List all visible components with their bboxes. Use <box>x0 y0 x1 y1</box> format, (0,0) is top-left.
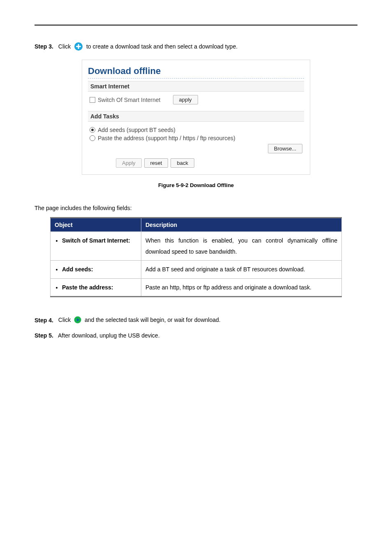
radio-add-seeds-label: Add seeds (support BT seeds) <box>98 127 175 133</box>
browse-button[interactable]: Browse... <box>268 144 302 153</box>
step-5: Step 5. After download, unplug the USB d… <box>35 332 357 339</box>
step-3: Step 3. Click to create a download task … <box>35 42 357 52</box>
switch-smart-internet-checkbox[interactable]: Switch Of Smart Internet <box>90 97 161 103</box>
desc-paste-address: Paste an http, https or ftp address and … <box>141 278 342 297</box>
step-4-post: and the selected task will begin, or wai… <box>85 317 221 324</box>
fields-intro: The page includes the following fields: <box>35 205 357 211</box>
table-row: Paste the address: Paste an http, https … <box>51 278 342 297</box>
table-row: Add seeds: Add a BT seed and originate a… <box>51 261 342 279</box>
step-5-text: After download, unplug the USB device. <box>58 332 160 339</box>
step-5-label: Step 5. <box>35 332 53 339</box>
back-button[interactable]: back <box>171 158 194 168</box>
step-3-label: Step 3. <box>35 43 53 50</box>
obj-switch-smart-internet: Switch of Smart Internet: <box>62 235 137 246</box>
apply-button[interactable]: Apply <box>116 158 142 168</box>
checkbox-icon <box>90 97 95 103</box>
radio-unselected-icon <box>90 135 95 141</box>
download-offline-dialog: Download offline Smart Internet Switch O… <box>82 60 310 175</box>
add-icon <box>74 42 83 52</box>
radio-add-seeds[interactable]: Add seeds (support BT seeds) <box>90 126 302 134</box>
dialog-title: Download offline <box>88 66 304 79</box>
step-4: Step 4. Click and the selected task will… <box>35 316 357 325</box>
desc-add-seeds: Add a BT seed and originate a task of BT… <box>141 261 342 279</box>
step-4-pre: Click <box>58 317 72 324</box>
step-4-label: Step 4. <box>35 317 53 324</box>
table-row: Switch of Smart Internet: When this func… <box>51 232 342 261</box>
desc-switch-smart-internet: When this function is enabled, you can c… <box>141 232 342 261</box>
radio-paste-address-label: Paste the address (support http / https … <box>98 135 235 141</box>
play-icon <box>74 316 81 325</box>
section-add-tasks: Add Tasks <box>88 111 304 122</box>
figure-caption: Figure 5-9-2 Download Offline <box>35 182 357 188</box>
th-object: Object <box>51 218 141 232</box>
switch-label: Switch Of Smart Internet <box>98 97 161 103</box>
obj-paste-address: Paste the address: <box>62 282 137 293</box>
fields-table: Object Description Switch of Smart Inter… <box>50 217 342 297</box>
section-smart-internet: Smart Internet <box>88 81 304 92</box>
reset-button[interactable]: reset <box>144 158 168 168</box>
step-3-post: to create a download task and then selec… <box>86 43 238 50</box>
radio-selected-icon <box>90 127 95 133</box>
obj-add-seeds: Add seeds: <box>62 264 137 275</box>
apply-smart-internet-button[interactable]: apply <box>173 95 198 104</box>
svg-rect-2 <box>76 46 81 47</box>
th-description: Description <box>141 218 342 232</box>
step-3-pre: Click <box>58 43 72 50</box>
radio-paste-address[interactable]: Paste the address (support http / https … <box>90 134 302 142</box>
